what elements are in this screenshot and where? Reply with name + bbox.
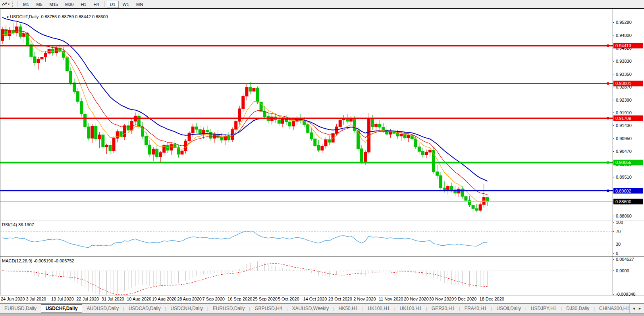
chart-cursor-icon[interactable] [2, 2, 8, 7]
macd-tick: -0.009348 [616, 292, 636, 296]
symbol-tab-eurusd-daily[interactable]: EURUSD,Daily [0, 305, 41, 312]
symbol-tab-ger30-h1[interactable]: GER30,H1 [427, 305, 459, 312]
price-axis[interactable]: 0.952800.948000.943200.938300.933500.928… [613, 20, 636, 296]
symbol-tab-dj30-daily[interactable]: DJ30,Daily [562, 305, 594, 312]
tab-scroll-right-icon[interactable]: ► [638, 306, 642, 310]
svg-text:0.93830: 0.93830 [616, 59, 632, 64]
symbol-tab-usdcnh-daily[interactable]: USDCNH,Daily [166, 305, 207, 312]
ma-slow-line [2, 17, 488, 181]
svg-text:0.91709: 0.91709 [615, 116, 631, 121]
symbol-tab-xauusd-weekly[interactable]: XAUUSD,Weekly [287, 305, 333, 312]
symbol-tab-eurusd-daily[interactable]: EURUSD,Daily [208, 305, 249, 312]
top-toolbar: ▾ M1M5M15M30H1H4D1W1MN [0, 0, 644, 8]
price-tag-0.89002: 0.89002 [613, 188, 643, 194]
symbol-tab-audusd-daily[interactable]: AUDUSD,Daily [82, 305, 123, 312]
svg-text:0.92390: 0.92390 [616, 98, 632, 102]
svg-text:0.90950: 0.90950 [616, 136, 632, 141]
timeframe-button-h4[interactable]: H4 [90, 1, 102, 8]
macd-title: MACD(12,26,9) -0.005190 -0.005752 [2, 258, 74, 263]
svg-text:0.94800: 0.94800 [616, 33, 632, 38]
rsi-tick: 100 [616, 220, 623, 225]
svg-text:0.88060: 0.88060 [616, 214, 632, 218]
svg-text:0.88600: 0.88600 [615, 199, 631, 204]
toolbar-grip[interactable] [12, 2, 13, 7]
date-label: 13 Jul 2020 [51, 297, 74, 301]
symbol-tab-usdjpy-h1[interactable]: USDJPY,H1 [526, 305, 561, 312]
tool-dropdown-caret-icon[interactable]: ▾ [8, 2, 10, 6]
ohlc-low: 0.88442 [75, 14, 91, 19]
rsi-tick: 0 [616, 251, 618, 256]
symbol-tab-fra40-h1[interactable]: FRA40,H1 [460, 305, 491, 312]
date-axis: 24 Jun 20203 Jul 202013 Jul 202022 Jul 2… [0, 296, 644, 303]
chart-window: 0.952800.948000.943200.938300.933500.928… [0, 8, 644, 296]
rsi-line [2, 231, 488, 248]
symbol-tab-usoil-daily[interactable]: USOil,Daily [492, 305, 525, 312]
bottom-status-strip [0, 313, 644, 316]
svg-text:0.91430: 0.91430 [616, 123, 632, 128]
candlesticks [1, 22, 489, 212]
toolbar-separator [17, 1, 18, 7]
date-label: 10 Aug 2020 [127, 297, 151, 301]
date-label: 14 Oct 2020 [303, 297, 327, 301]
macd-tick: 0.0000 [616, 268, 629, 273]
date-label: 28 Aug 2020 [177, 297, 202, 301]
svg-text:0.91910: 0.91910 [616, 110, 632, 115]
date-label: 3 Jul 2020 [26, 297, 46, 301]
timeframe-button-m5[interactable]: M5 [33, 1, 45, 8]
date-label: 20 Nov 2020 [404, 297, 428, 301]
symbol-tab-usdcad-daily[interactable]: USDCAD,Daily [124, 305, 165, 312]
date-label: 23 Oct 2020 [328, 297, 352, 301]
svg-text:0.90055: 0.90055 [615, 160, 631, 165]
svg-text:0.95280: 0.95280 [616, 20, 632, 25]
hline-0.90055[interactable] [0, 161, 613, 164]
timeframe-button-m1[interactable]: M1 [20, 1, 32, 8]
symbol-tab-gbpusd-h4[interactable]: GBPUSD,H4 [250, 305, 286, 312]
symbol-tab-uk100-h1[interactable]: UK100,H1 [395, 305, 426, 312]
ma-fast-line [2, 32, 488, 202]
svg-text:0.94413: 0.94413 [615, 43, 631, 48]
ohlc-open: 0.88756 [41, 14, 57, 19]
macd-tick: 0.004527 [616, 257, 634, 262]
tab-scroll-left-icon[interactable]: ◄ [632, 306, 636, 310]
symbol-tab-china300-h1[interactable]: CHINA300,H1 [595, 305, 634, 312]
date-label: 9 Dec 2020 [454, 297, 476, 301]
svg-text:0.89002: 0.89002 [615, 189, 631, 193]
timeframe-button-m15[interactable]: M15 [46, 1, 61, 8]
date-label: 18 Dec 2020 [480, 297, 504, 301]
chart-canvas[interactable]: 0.952800.948000.943200.938300.933500.928… [0, 8, 644, 296]
date-label: 2 Nov 2020 [353, 297, 376, 301]
date-label: 31 Jul 2020 [102, 297, 124, 301]
symbol-tab-hk50-h1[interactable]: HK50,H1 [334, 305, 362, 312]
rsi-title: RSI(14) 36.1307 [2, 222, 34, 227]
timeframe-button-w1[interactable]: W1 [120, 1, 133, 8]
hline-0.94413[interactable] [0, 44, 613, 47]
symbol-tab-usdchf-daily[interactable]: USDCHF,Daily [41, 304, 83, 312]
timeframe-button-d1[interactable]: D1 [107, 1, 119, 8]
rsi-tick: 70 [616, 229, 621, 234]
timeframe-button-m30[interactable]: M30 [62, 1, 77, 8]
date-label: 7 Sep 2020 [202, 297, 225, 301]
svg-text:0.93350: 0.93350 [616, 72, 632, 77]
date-label: 11 Nov 2020 [379, 297, 403, 301]
tab-scroll-buttons: ◄► [629, 304, 644, 313]
symbol-tab-bar: EURUSD,DailyUSDCHF,DailyAUDUSD,Daily|USD… [0, 303, 644, 313]
hline-0.91709[interactable] [0, 117, 613, 119]
date-label: 30 Nov 2020 [429, 297, 454, 301]
hline-0.93001[interactable] [0, 82, 613, 85]
date-label: 24 Jun 2020 [1, 297, 25, 301]
price-tag-0.94413: 0.94413 [613, 43, 643, 48]
hline-0.89002[interactable] [0, 190, 613, 192]
timeframe-button-h1[interactable]: H1 [77, 1, 89, 8]
svg-text:0.90470: 0.90470 [616, 149, 632, 154]
rsi-tick: 30 [616, 242, 621, 247]
current-price-tag: 0.88600 [613, 199, 643, 204]
ma-medium-line [2, 30, 488, 195]
date-label: 19 Aug 2020 [152, 297, 177, 301]
price-tag-0.93001: 0.93001 [613, 81, 643, 86]
ohlc-high: 0.88759 [58, 14, 74, 19]
timeframe-button-mn[interactable]: MN [133, 1, 146, 8]
symbol-tab-uk100-h1[interactable]: UK100,H1 [363, 305, 394, 312]
price-tag-0.91709: 0.91709 [613, 116, 643, 121]
chart-menu-dropdown-icon[interactable]: ▼ [6, 15, 9, 19]
svg-text:0.89510: 0.89510 [616, 175, 632, 179]
